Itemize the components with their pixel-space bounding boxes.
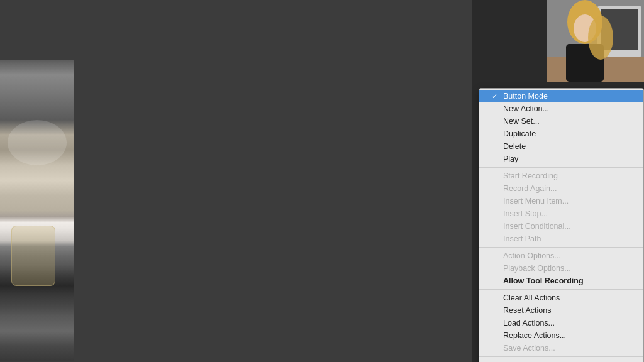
menu-item-label-save-actions: Save Actions... [503,344,631,353]
menu-item-new-set[interactable]: New Set... [479,115,643,128]
menu-item-label-clear-all-actions: Clear All Actions [503,293,631,302]
right-panel: ✓Button ModeNew Action...New Set...Dupli… [472,0,644,362]
photo-strip [0,60,74,361]
menu-item-insert-stop: Insert Stop... [479,207,643,220]
menu-item-label-insert-stop: Insert Stop... [503,209,631,218]
thumbnail-area [547,0,644,82]
menu-item-label-reset-actions: Reset Actions [503,306,631,315]
menu-item-start-recording: Start Recording [479,170,643,182]
menu-item-label-start-recording: Start Recording [503,172,631,180]
menu-item-duplicate[interactable]: Duplicate [479,128,643,140]
menu-item-label-replace-actions: Replace Actions... [503,331,631,340]
menu-items-container: ✓Button ModeNew Action...New Set...Dupli… [479,90,643,362]
menu-item-label-playback-options: Playback Options... [503,264,631,273]
svg-point-7 [588,16,613,60]
menu-item-allow-tool-recording[interactable]: Allow Tool Recording [479,275,643,287]
menu-item-label-load-actions: Load Actions... [503,319,631,327]
menu-separator-after-insert-path [479,247,643,248]
menu-item-label-insert-conditional: Insert Conditional... [503,222,631,231]
photo-flower-decor [8,120,67,165]
menu-separator-after-play [479,167,643,168]
thumbnail-image [547,0,644,82]
menu-separator-after-save-actions [479,356,643,357]
menu-item-clear-all-actions[interactable]: Clear All Actions [479,292,643,304]
menu-item-new-action[interactable]: New Action... [479,102,643,115]
menu-item-label-insert-path: Insert Path [503,234,631,243]
menu-item-label-button-mode: Button Mode [503,92,631,101]
menu-item-save-actions: Save Actions... [479,342,643,354]
menu-item-play[interactable]: Play [479,153,643,165]
photo-strip-content [0,60,74,361]
menu-item-insert-path: Insert Path [479,233,643,245]
menu-item-insert-menu-item: Insert Menu Item... [479,195,643,207]
menu-item-label-allow-tool-recording: Allow Tool Recording [503,277,631,285]
dropdown-menu: ✓Button ModeNew Action...New Set...Dupli… [479,88,644,362]
menu-item-label-play: Play [503,155,631,163]
menu-item-label-record-again: Record Again... [503,184,631,193]
menu-item-delete[interactable]: Delete [479,140,643,153]
menu-item-label-action-options: Action Options... [503,251,631,260]
menu-item-commands[interactable]: Commands [479,359,643,362]
menu-item-insert-conditional: Insert Conditional... [479,220,643,233]
menu-item-label-new-action: New Action... [503,104,631,113]
menu-item-playback-options: Playback Options... [479,262,643,275]
menu-separator-after-allow-tool-recording [479,289,643,290]
photo-watch-decor [11,226,56,286]
main-canvas [0,0,472,362]
menu-item-button-mode[interactable]: ✓Button Mode [479,90,643,102]
menu-item-label-duplicate: Duplicate [503,129,631,138]
menu-item-replace-actions[interactable]: Replace Actions... [479,329,643,342]
menu-item-action-options: Action Options... [479,250,643,262]
menu-item-label-new-set: New Set... [503,117,631,126]
menu-item-label-delete: Delete [503,142,631,151]
menu-item-reset-actions[interactable]: Reset Actions [479,304,643,317]
menu-checkmark-button-mode: ✓ [492,92,501,101]
menu-item-record-again: Record Again... [479,182,643,195]
menu-item-label-insert-menu-item: Insert Menu Item... [503,197,631,206]
menu-item-load-actions[interactable]: Load Actions... [479,317,643,329]
